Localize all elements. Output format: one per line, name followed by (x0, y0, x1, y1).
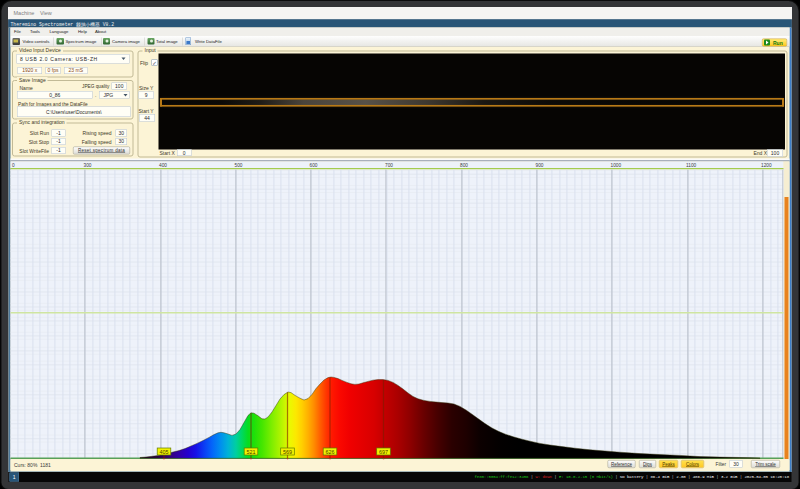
svg-text:521: 521 (247, 449, 256, 455)
svg-text:569: 569 (283, 449, 292, 455)
svg-text:697: 697 (379, 449, 388, 455)
svg-text:626: 626 (326, 449, 335, 455)
svg-text:405: 405 (160, 449, 169, 455)
